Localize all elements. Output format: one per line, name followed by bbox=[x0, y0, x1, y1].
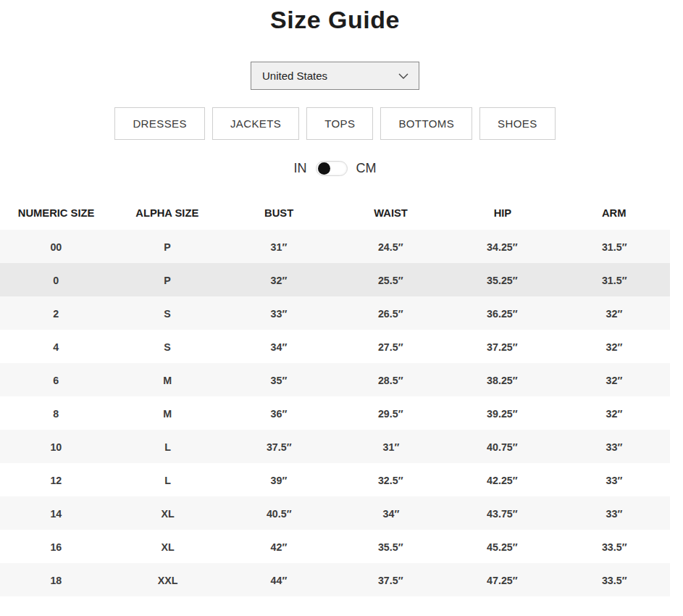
table-cell: 42″ bbox=[223, 541, 335, 553]
size-guide-page: Size Guide United States DRESSES JACKETS… bbox=[0, 0, 670, 596]
size-table-body: 00P31″24.5″34.25″31.5″0P32″25.5″35.25″31… bbox=[0, 230, 670, 596]
table-cell: 42.25″ bbox=[447, 474, 558, 486]
country-select[interactable]: United States bbox=[251, 62, 419, 90]
table-cell: 31″ bbox=[335, 441, 447, 453]
table-cell: S bbox=[112, 341, 223, 353]
size-table-header: NUMERIC SIZE ALPHA SIZE BUST WAIST HIP A… bbox=[0, 207, 670, 230]
table-cell: 34.25″ bbox=[447, 241, 558, 253]
column-header-bust: BUST bbox=[223, 207, 335, 220]
table-cell: 24.5″ bbox=[335, 241, 447, 253]
table-row: 16XL42″35.5″45.25″33.5″ bbox=[0, 530, 670, 563]
table-cell: 31″ bbox=[223, 241, 335, 253]
table-cell: 33.5″ bbox=[558, 541, 670, 553]
table-cell: XL bbox=[112, 541, 223, 553]
table-cell: P bbox=[112, 241, 223, 253]
table-cell: 2 bbox=[0, 307, 112, 320]
tab-jackets[interactable]: JACKETS bbox=[212, 107, 299, 140]
page-title: Size Guide bbox=[0, 0, 670, 34]
table-cell: 38.25″ bbox=[447, 374, 558, 386]
table-cell: 37.25″ bbox=[447, 341, 558, 353]
table-cell: 32″ bbox=[223, 274, 335, 286]
table-cell: 32″ bbox=[558, 307, 670, 320]
unit-label-in[interactable]: IN bbox=[294, 161, 307, 176]
table-cell: 35.25″ bbox=[447, 274, 558, 286]
column-header-hip: HIP bbox=[447, 207, 558, 220]
table-cell: 10 bbox=[0, 441, 112, 453]
table-cell: 33″ bbox=[223, 307, 335, 320]
table-cell: 39.25″ bbox=[447, 407, 558, 420]
table-cell: 33.5″ bbox=[558, 574, 670, 586]
tab-shoes[interactable]: SHOES bbox=[479, 107, 556, 140]
category-tabs: DRESSES JACKETS TOPS BOTTOMS SHOES bbox=[0, 107, 670, 140]
table-cell: 37.5″ bbox=[223, 441, 335, 453]
table-cell: P bbox=[112, 274, 223, 286]
table-cell: 31.5″ bbox=[558, 274, 670, 286]
tab-dresses[interactable]: DRESSES bbox=[114, 107, 205, 140]
table-row: 2S33″26.5″36.25″32″ bbox=[0, 296, 670, 330]
table-cell: 32″ bbox=[558, 341, 670, 353]
column-header-alpha-size: ALPHA SIZE bbox=[112, 207, 223, 220]
column-header-waist: WAIST bbox=[335, 207, 447, 220]
table-cell: 39″ bbox=[223, 474, 335, 486]
table-cell: S bbox=[112, 307, 223, 320]
table-cell: 31.5″ bbox=[558, 241, 670, 253]
table-cell: M bbox=[112, 407, 223, 420]
table-cell: 6 bbox=[0, 374, 112, 386]
table-cell: L bbox=[112, 441, 223, 453]
table-row: 6M35″28.5″38.25″32″ bbox=[0, 363, 670, 396]
table-row: 10L37.5″31″40.75″33″ bbox=[0, 430, 670, 463]
tab-bottoms[interactable]: BOTTOMS bbox=[380, 107, 472, 140]
unit-label-cm[interactable]: CM bbox=[356, 161, 377, 176]
table-cell: 40.5″ bbox=[223, 507, 335, 520]
table-cell: 36.25″ bbox=[447, 307, 558, 320]
table-cell: XL bbox=[112, 507, 223, 520]
table-cell: 47.25″ bbox=[447, 574, 558, 586]
table-cell: L bbox=[112, 474, 223, 486]
table-cell: 28.5″ bbox=[335, 374, 447, 386]
column-header-arm: ARM bbox=[558, 207, 670, 220]
table-cell: 36″ bbox=[223, 407, 335, 420]
table-cell: 0 bbox=[0, 274, 112, 286]
unit-toggle-knob bbox=[318, 162, 330, 175]
table-cell: M bbox=[112, 374, 223, 386]
table-cell: XXL bbox=[112, 574, 223, 586]
table-cell: 43.75″ bbox=[447, 507, 558, 520]
table-cell: 00 bbox=[0, 241, 112, 253]
table-cell: 35.5″ bbox=[335, 541, 447, 553]
table-row: 12L39″32.5″42.25″33″ bbox=[0, 463, 670, 496]
table-cell: 18 bbox=[0, 574, 112, 586]
unit-toggle[interactable] bbox=[316, 161, 348, 176]
table-cell: 45.25″ bbox=[447, 541, 558, 553]
table-cell: 40.75″ bbox=[447, 441, 558, 453]
table-row: 8M36″29.5″39.25″32″ bbox=[0, 396, 670, 430]
tab-tops[interactable]: TOPS bbox=[306, 107, 373, 140]
country-select-row: United States bbox=[0, 62, 670, 90]
table-cell: 27.5″ bbox=[335, 341, 447, 353]
column-header-numeric-size: NUMERIC SIZE bbox=[0, 207, 112, 220]
table-cell: 32″ bbox=[558, 374, 670, 386]
table-cell: 14 bbox=[0, 507, 112, 520]
table-cell: 33″ bbox=[558, 441, 670, 453]
table-cell: 12 bbox=[0, 474, 112, 486]
table-row: 18XXL44″37.5″47.25″33.5″ bbox=[0, 563, 670, 596]
table-cell: 37.5″ bbox=[335, 574, 447, 586]
table-cell: 29.5″ bbox=[335, 407, 447, 420]
size-table: NUMERIC SIZE ALPHA SIZE BUST WAIST HIP A… bbox=[0, 207, 670, 596]
table-cell: 8 bbox=[0, 407, 112, 420]
table-cell: 32.5″ bbox=[335, 474, 447, 486]
table-cell: 33″ bbox=[558, 474, 670, 486]
chevron-down-icon bbox=[398, 73, 408, 79]
table-cell: 32″ bbox=[558, 407, 670, 420]
table-cell: 25.5″ bbox=[335, 274, 447, 286]
table-cell: 34″ bbox=[223, 341, 335, 353]
table-cell: 35″ bbox=[223, 374, 335, 386]
table-row: 4S34″27.5″37.25″32″ bbox=[0, 330, 670, 363]
table-cell: 26.5″ bbox=[335, 307, 447, 320]
table-cell: 4 bbox=[0, 341, 112, 353]
table-row: 0P32″25.5″35.25″31.5″ bbox=[0, 263, 670, 296]
table-cell: 33″ bbox=[558, 507, 670, 520]
unit-toggle-row: IN CM bbox=[0, 159, 670, 178]
table-cell: 34″ bbox=[335, 507, 447, 520]
table-cell: 16 bbox=[0, 541, 112, 553]
table-cell: 44″ bbox=[223, 574, 335, 586]
